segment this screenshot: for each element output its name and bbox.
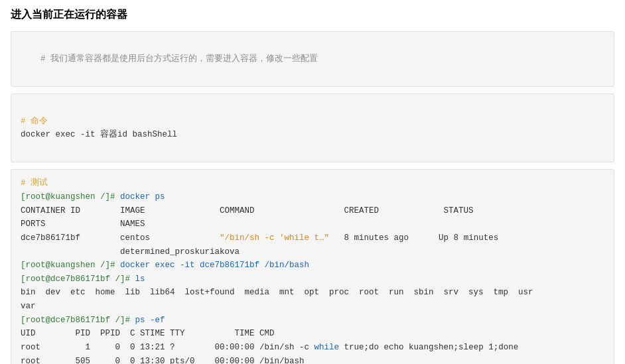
terminal-line-4: [root@dce7b86171bf /]# ps -ef (21, 316, 165, 325)
cmd-exec-syntax: docker exec -it 容器id bashShell (21, 130, 177, 139)
prompt-3: [root@dce7b86171bf /]# (21, 274, 135, 284)
terminal-line-2: [root@kuangshen /]# docker exec -it dce7… (21, 261, 309, 270)
table-header-2: PORTS NAMES (21, 219, 145, 229)
section-label-cmd: # 命令 (21, 117, 48, 126)
comment-line-1: # 我们通常容器都是使用后台方式运行的，需要进入容器，修改一些配置 (40, 54, 318, 64)
code-block-3: # 测试 [root@kuangshen /]# docker ps CONTA… (11, 169, 614, 364)
section-label-test: # 测试 (21, 178, 48, 188)
terminal-line-1: [root@kuangshen /]# docker ps (21, 192, 165, 202)
code-block-2: # 命令 docker exec -it 容器id bashShell (11, 93, 614, 163)
ps-row-1: root 1 0 0 13:21 ? 00:00:00 /bin/sh -c w… (21, 343, 518, 352)
ps-row-2: root 505 0 0 13:30 pts/0 00:00:00 /bin/b… (21, 357, 305, 365)
terminal-line-3: [root@dce7b86171bf /]# ls (21, 274, 145, 284)
cmd-value: "/bin/sh -c 'while t…" (220, 233, 329, 243)
table-header-1: CONTAINER ID IMAGE COMMAND CREATED STATU… (21, 206, 474, 215)
page-wrapper: 进入当前正在运行的容器 # 我们通常容器都是使用后台方式运行的，需要进入容器，修… (0, 0, 625, 364)
cmd-docker-ps: docker ps (120, 192, 165, 202)
prompt-4: [root@dce7b86171bf /]# (21, 316, 135, 325)
container-name: determined_proskuriakova (21, 247, 240, 257)
ps-header: UID PID PPID C STIME TTY TIME CMD (21, 329, 275, 338)
code-block-1: # 我们通常容器都是使用后台方式运行的，需要进入容器，修改一些配置 (11, 31, 614, 87)
cmd-ls: ls (135, 274, 145, 284)
ls-output: bin dev etc home lib lib64 lost+found me… (21, 288, 533, 297)
page-title: 进入当前正在运行的容器 (11, 8, 614, 22)
prompt-2: [root@kuangshen /]# (21, 261, 120, 270)
ls-output-2: var (21, 302, 36, 311)
prompt-1: [root@kuangshen /]# (21, 192, 120, 202)
cmd-ps-ef: ps -ef (135, 316, 165, 325)
container-row: dce7b86171bf centos "/bin/sh -c 'while t… (21, 233, 498, 243)
while-keyword: while (314, 343, 340, 352)
cmd-docker-exec: docker exec -it dce7b86171bf /bin/bash (120, 261, 309, 270)
